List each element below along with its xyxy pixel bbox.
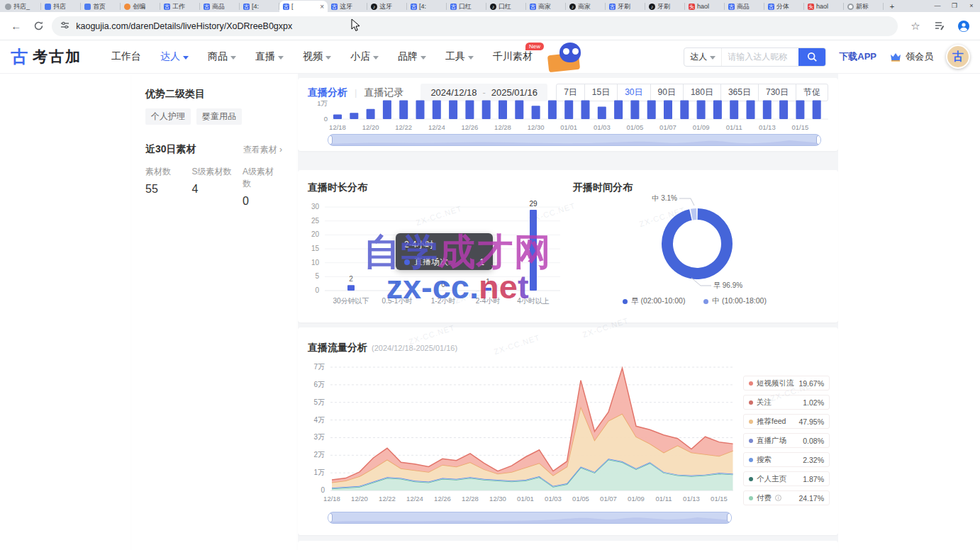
svg-text:01/07: 01/07	[600, 495, 617, 503]
browser-tab[interactable]: 古牙刷	[606, 1, 645, 12]
search-button[interactable]	[798, 47, 825, 67]
reading-list-icon[interactable]	[930, 17, 949, 35]
search-category-dropdown[interactable]: 达人	[684, 48, 722, 66]
svg-text:12/22: 12/22	[379, 495, 396, 503]
brush-handle-right[interactable]	[727, 513, 732, 522]
tab-close-icon[interactable]: ×	[320, 3, 324, 11]
legend-percent: 1.87%	[803, 475, 824, 483]
nav-item-tools[interactable]: 工具	[445, 50, 474, 63]
browser-tab[interactable]: 古商品	[725, 1, 764, 12]
minimize-button[interactable]: —	[929, 0, 946, 12]
get-membership-link[interactable]: 领会员	[889, 50, 933, 63]
restore-button[interactable]: ❐	[946, 0, 963, 12]
profile-avatar-icon[interactable]	[954, 17, 973, 35]
svg-text:01/03: 01/03	[545, 495, 562, 503]
browser-tab[interactable]: 抖店_	[1, 1, 41, 12]
traffic-area-chart[interactable]: 7万6万5万4万3万2万1万012/1812/2012/2212/2412/26…	[301, 357, 739, 507]
tab-title: 分体	[776, 2, 801, 11]
tooltip-value: 1	[479, 257, 484, 267]
browser-tab[interactable]: 古[×	[279, 1, 328, 12]
traffic-chart-brush[interactable]	[328, 512, 732, 524]
svg-text:01/05: 01/05	[627, 123, 644, 131]
stat-label: S级素材数	[192, 166, 243, 178]
svg-text:01/09: 01/09	[628, 495, 645, 503]
browser-tab[interactable]: ♪商家	[566, 1, 606, 12]
browser-tab-strip: 抖店_抖店首页创编古工作古商品古[4:古[×古这牙♪这牙古[4:古口红♪口红古商…	[0, 0, 980, 12]
donut-legend-item[interactable]: 早 (02:00-10:00)	[623, 296, 685, 306]
tab-title: 牙刷	[618, 2, 642, 11]
legend-item-直播广场[interactable]: 直播广场0.08%	[743, 433, 830, 448]
browser-tab[interactable]: 古[4:	[407, 1, 447, 12]
legend-item-推荐feed[interactable]: 推荐feed47.95%	[743, 414, 830, 429]
mascot-icon	[545, 41, 588, 72]
legend-item-关注[interactable]: 关注1.02%	[743, 395, 830, 410]
nav-item-brand[interactable]: 品牌	[398, 50, 426, 63]
nav-item-workbench[interactable]: 工作台	[111, 50, 141, 63]
kgj-favicon: 古	[728, 4, 735, 10]
daily-sessions-chart[interactable]: 1万012/1812/2012/2212/2412/2612/2812/3001…	[306, 98, 831, 133]
tooltip-series-label: 直播场次	[414, 256, 448, 268]
nav-item-live[interactable]: 直播	[255, 50, 284, 63]
category-section-title: 优势二级类目	[145, 88, 282, 101]
reload-icon[interactable]	[30, 17, 48, 35]
browser-tab[interactable]: 头haol	[804, 1, 844, 12]
browser-tab[interactable]: 古口红	[447, 1, 486, 12]
tab-live-analysis[interactable]: 直播分析	[308, 86, 347, 99]
back-icon[interactable]: ←	[7, 17, 26, 35]
browser-tab[interactable]: 古分体	[764, 1, 804, 12]
browser-tab[interactable]: ♪口红	[486, 1, 526, 12]
nav-label: 商品	[208, 50, 228, 63]
brush-handle-left[interactable]	[328, 513, 333, 522]
start-time-donut[interactable]: 中 3.1%早 96.9%	[573, 189, 837, 296]
view-material-link[interactable]: 查看素材 ›	[243, 144, 282, 156]
svg-text:2万: 2万	[313, 451, 325, 459]
site-info-icon[interactable]	[60, 20, 69, 33]
daily-chart-brush[interactable]	[328, 134, 821, 146]
legend-item-付费[interactable]: 付费i24.17%	[743, 490, 830, 505]
stat-item: A级素材数0	[243, 166, 282, 208]
legend-item-搜索[interactable]: 搜索2.32%	[743, 452, 830, 467]
search-input[interactable]	[722, 48, 798, 66]
browser-tab[interactable]: 创编	[121, 1, 160, 12]
legend-item-短视频引流[interactable]: 短视频引流19.67%	[743, 376, 830, 391]
nav-item-shop[interactable]: 小店	[350, 50, 379, 63]
traffic-chart-subtitle: (2024/12/18-2025/01/16)	[372, 344, 457, 352]
nav-item-goods[interactable]: 商品	[208, 50, 236, 63]
donut-legend-item[interactable]: 中 (10:00-18:00)	[703, 296, 766, 306]
browser-tab[interactable]: 头haol	[685, 1, 725, 12]
chart-tooltip: 2-4小时 直播场次 1	[396, 233, 493, 270]
brush-handle-right[interactable]	[816, 135, 821, 145]
browser-tab[interactable]: ♪牙刷	[645, 1, 685, 12]
svg-text:1-2小时: 1-2小时	[431, 297, 455, 305]
brush-handle-left[interactable]	[328, 135, 333, 145]
browser-tab[interactable]: 古这牙	[328, 1, 367, 12]
douyin-favicon: ♪	[490, 4, 496, 10]
category-tag[interactable]: 婴童用品	[196, 108, 242, 125]
svg-text:3万: 3万	[313, 433, 325, 441]
legend-item-个人主页[interactable]: 个人主页1.87%	[743, 471, 830, 486]
browser-tab[interactable]: 古[4:	[240, 1, 279, 12]
user-avatar[interactable]: 古	[946, 45, 970, 69]
tab-live-records[interactable]: 直播记录	[364, 86, 403, 99]
create-favicon	[124, 4, 130, 10]
browser-tab[interactable]: 抖店	[41, 1, 81, 12]
browser-tab[interactable]: 古工作	[160, 1, 200, 12]
daren-sidebar: 优势二级类目 个人护理婴童用品 近30日素材 查看素材 › 素材数55S级素材数…	[131, 74, 296, 550]
browser-tab[interactable]: 古商家	[526, 1, 566, 12]
browser-tab[interactable]: 新标	[844, 1, 884, 12]
nav-item-video[interactable]: 视频	[303, 50, 331, 63]
download-app-link[interactable]: 下载APP	[839, 50, 876, 63]
kgj-favicon: 古	[530, 4, 536, 10]
bookmark-star-icon[interactable]: ☆	[906, 17, 925, 35]
browser-tab[interactable]: 首页	[81, 1, 121, 12]
category-tag[interactable]: 个人护理	[145, 108, 191, 125]
nav-item-daren[interactable]: 达人	[160, 50, 189, 63]
svg-text:01/11: 01/11	[726, 123, 742, 131]
browser-tab[interactable]: 古商品	[200, 1, 240, 12]
kaogujia-logo[interactable]: 古 考古加	[10, 47, 82, 67]
new-tab-button[interactable]: +	[884, 1, 901, 12]
browser-tab[interactable]: ♪这牙	[367, 1, 407, 12]
nav-item-qianchuan[interactable]: 千川素材New	[493, 50, 533, 63]
close-button[interactable]: ×	[963, 0, 980, 12]
address-bar[interactable]: kaogujia.com/darenDetails/liveHistory/Xo…	[52, 16, 898, 36]
